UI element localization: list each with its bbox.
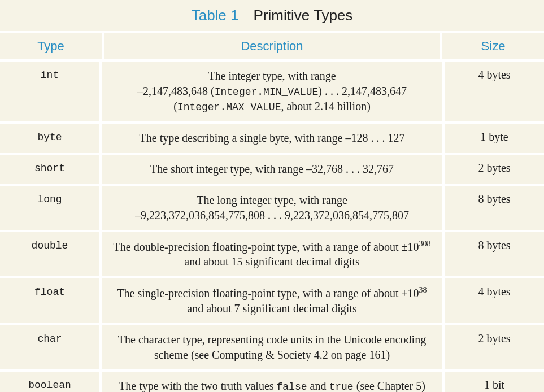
type-size: 4 bytes — [445, 62, 544, 121]
type-description: The type describing a single byte, with … — [99, 124, 445, 153]
type-description: The character type, representing code un… — [99, 325, 445, 369]
primitive-types-table: Table 1 Primitive Types Type Description… — [0, 0, 544, 392]
type-description: The type with the two truth values false… — [99, 372, 445, 392]
type-name: long — [0, 186, 99, 230]
table-title-row: Table 1 Primitive Types — [0, 0, 544, 33]
type-name: float — [0, 278, 99, 323]
type-size: 8 bytes — [445, 186, 544, 230]
desc-line: (Integer.MAX_VALUE, about 2.14 billion) — [173, 99, 371, 114]
type-name: char — [0, 325, 99, 369]
header-description: Description — [102, 33, 442, 59]
header-type: Type — [0, 33, 102, 59]
type-description: The short integer type, with range –32,7… — [99, 155, 445, 184]
table-title: Primitive Types — [254, 7, 353, 24]
table-row: byte The type describing a single byte, … — [0, 124, 544, 155]
desc-line: –2,147,483,648 (Integer.MIN_VALUE) . . .… — [137, 84, 407, 99]
type-name: double — [0, 232, 99, 277]
table-row: long The long integer type, with range –… — [0, 186, 544, 232]
type-name: byte — [0, 124, 99, 153]
type-name: boolean — [0, 372, 99, 392]
table-number: Table 1 — [192, 7, 239, 24]
header-size: Size — [442, 33, 544, 59]
type-description: The double-precision floating-point type… — [99, 232, 445, 277]
desc-line: The double-precision floating-point type… — [112, 239, 432, 270]
type-name: short — [0, 155, 99, 184]
desc-line: The single-precision floating-point type… — [112, 285, 432, 316]
type-size: 2 bytes — [445, 155, 544, 184]
type-description: The single-precision floating-point type… — [99, 278, 445, 323]
table-header-row: Type Description Size — [0, 33, 544, 62]
table-row: short The short integer type, with range… — [0, 155, 544, 186]
type-size: 1 byte — [445, 124, 544, 153]
desc-line: –9,223,372,036,854,775,808 . . . 9,223,3… — [135, 208, 409, 223]
type-size: 8 bytes — [445, 232, 544, 277]
type-description: The integer type, with range –2,147,483,… — [99, 62, 445, 121]
type-size: 1 bit — [445, 372, 544, 392]
type-description: The long integer type, with range –9,223… — [99, 186, 445, 230]
desc-line: The integer type, with range — [208, 68, 336, 84]
desc-line: The long integer type, with range — [197, 193, 347, 208]
table-row: int The integer type, with range –2,147,… — [0, 62, 544, 124]
table-row: double The double-precision floating-poi… — [0, 232, 544, 279]
type-size: 2 bytes — [445, 325, 544, 369]
table-row: char The character type, representing co… — [0, 325, 544, 372]
desc-line: The type with the two truth values false… — [119, 378, 425, 392]
table-row: float The single-precision floating-poin… — [0, 278, 544, 325]
type-size: 4 bytes — [445, 278, 544, 323]
table-row: boolean The type with the two truth valu… — [0, 372, 544, 392]
type-name: int — [0, 62, 99, 121]
